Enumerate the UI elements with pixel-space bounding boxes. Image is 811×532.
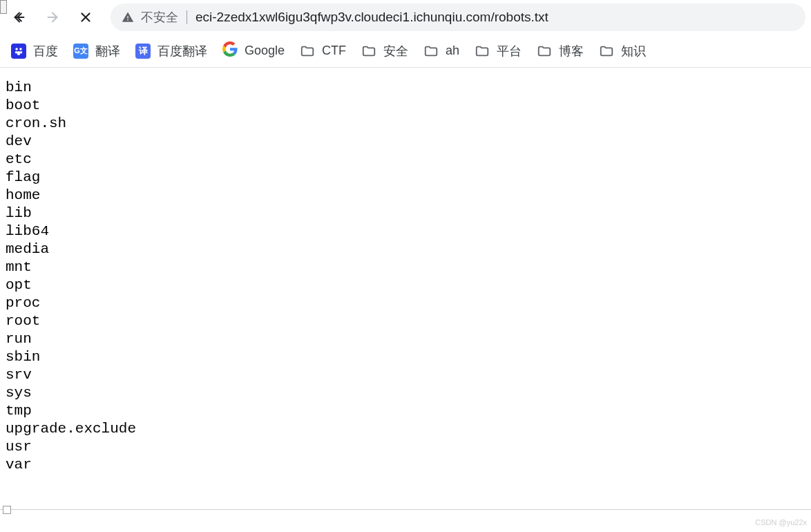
- gtranslate-icon: G文: [73, 44, 88, 59]
- browser-toolbar: 不安全 eci-2zedx1xwl6igu3qfwp3v.cloudeci1.i…: [0, 0, 811, 35]
- omnibox-divider: [187, 10, 187, 24]
- bookmark-label: Google: [245, 44, 285, 58]
- back-button[interactable]: [6, 3, 33, 31]
- omnibox[interactable]: 不安全 eci-2zedx1xwl6igu3qfwp3v.cloudeci1.i…: [111, 3, 805, 31]
- bookmark-translate[interactable]: G文 翻译: [73, 43, 120, 59]
- bookmark-folder-platform[interactable]: 平台: [475, 43, 522, 59]
- security-warning[interactable]: 不安全: [122, 9, 178, 26]
- bookmark-baidu[interactable]: 百度: [11, 43, 58, 59]
- bookmark-baidu-translate[interactable]: 译 百度翻译: [135, 43, 207, 59]
- bookmark-folder-knowledge[interactable]: 知识: [599, 43, 646, 59]
- bookmark-google[interactable]: Google: [222, 41, 285, 60]
- security-warning-text: 不安全: [141, 9, 178, 26]
- warning-triangle-icon: [122, 11, 134, 23]
- bookmark-folder-ctf[interactable]: CTF: [300, 44, 346, 59]
- bookmark-label: 知识: [621, 43, 646, 59]
- bookmark-folder-blog[interactable]: 博客: [537, 43, 584, 59]
- bookmark-label: 博客: [559, 43, 584, 59]
- svg-point-5: [15, 48, 18, 50]
- folder-icon: [423, 44, 439, 59]
- bookmark-label: 百度: [33, 43, 58, 59]
- folder-icon: [599, 44, 614, 59]
- scroll-marker: [3, 506, 11, 514]
- folder-icon: [475, 44, 490, 59]
- yi-icon: 译: [135, 44, 151, 59]
- page-content: bin boot cron.sh dev etc flag home lib l…: [0, 68, 811, 485]
- bookmark-label: 翻译: [95, 43, 120, 59]
- divider: [0, 509, 811, 510]
- text-cursor-indicator: [0, 0, 7, 14]
- bookmark-label: 平台: [497, 43, 522, 59]
- folder-icon: [300, 44, 315, 59]
- baidu-icon: [11, 44, 26, 59]
- forward-button[interactable]: [39, 3, 66, 31]
- bookmarks-bar: 百度 G文 翻译 译 百度翻译 Google CTF 安全 ah 平台 博客 知…: [0, 35, 811, 68]
- bookmark-label: CTF: [322, 44, 346, 58]
- bookmark-label: ah: [446, 44, 459, 58]
- bookmark-label: 百度翻译: [158, 43, 207, 59]
- folder-icon: [361, 44, 376, 59]
- svg-point-6: [19, 48, 22, 50]
- watermark: CSDN @yu22x: [755, 518, 807, 526]
- folder-icon: [537, 44, 552, 59]
- google-icon: [222, 41, 238, 60]
- bookmark-label: 安全: [383, 43, 408, 59]
- bookmark-folder-ah[interactable]: ah: [423, 44, 459, 59]
- url-text: eci-2zedx1xwl6igu3qfwp3v.cloudeci1.ichun…: [195, 10, 548, 25]
- svg-point-9: [17, 51, 21, 55]
- bookmark-folder-security[interactable]: 安全: [361, 43, 408, 59]
- stop-button[interactable]: [72, 3, 99, 31]
